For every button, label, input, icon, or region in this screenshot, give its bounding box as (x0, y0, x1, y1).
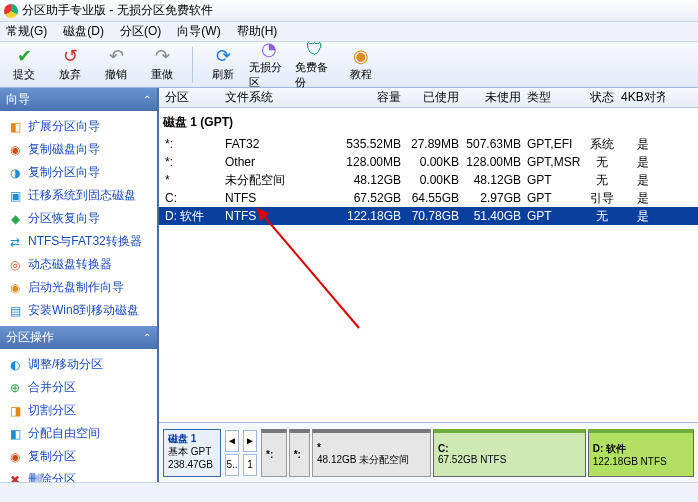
chevron-up-icon: ⌃ (143, 332, 151, 343)
menu-item[interactable]: 磁盘(D) (63, 23, 104, 40)
table-cell: GPT,MSR (527, 155, 583, 169)
menu-item[interactable]: 向导(W) (177, 23, 220, 40)
table-cell: 507.63MB (465, 137, 527, 151)
table-cell: 27.89MB (407, 137, 465, 151)
toolbar-button[interactable]: ↺放弃 (50, 43, 90, 87)
segment-name: D: 软件 (593, 442, 689, 456)
table-cell: 48.12GB (345, 173, 407, 187)
table-cell: 128.00MB (345, 155, 407, 169)
sidebar-item[interactable]: ▤安装Win8到移动磁盘 (0, 299, 157, 322)
sidebar-item[interactable]: ◐调整/移动分区 (0, 353, 157, 376)
sidebar-item[interactable]: ◆分区恢复向导 (0, 207, 157, 230)
svg-line-0 (257, 208, 359, 328)
table-cell: 无 (583, 154, 621, 171)
table-row[interactable]: *未分配空间48.12GB0.00KB48.12GBGPT无是 (159, 171, 698, 189)
sidebar-item[interactable]: ▣迁移系统到固态磁盘 (0, 184, 157, 207)
toolbar-label: 提交 (13, 67, 35, 82)
sidebar-item-label: 复制分区向导 (28, 164, 100, 181)
sidebar-item[interactable]: ◑复制分区向导 (0, 161, 157, 184)
column-header-cell[interactable]: 状态 (583, 89, 621, 106)
diskmap-fit[interactable]: 1 (243, 454, 257, 476)
table-cell: GPT,EFI (527, 137, 583, 151)
sidebar-item-icon: ◐ (8, 358, 22, 372)
toolbar-icon: ↶ (109, 47, 124, 65)
sidebar-item-label: 复制分区 (28, 448, 76, 465)
panel-header[interactable]: 分区操作⌃ (0, 326, 157, 349)
sidebar-item[interactable]: ◉复制磁盘向导 (0, 138, 157, 161)
diskmap-scroll-right[interactable]: ► (243, 430, 257, 452)
toolbar-icon: ◉ (353, 47, 369, 65)
sidebar-item[interactable]: ◧扩展分区向导 (0, 115, 157, 138)
table-cell: 引导 (583, 190, 621, 207)
sidebar-item[interactable]: ✖删除分区 (0, 468, 157, 482)
toolbar-button[interactable]: ↶撤销 (96, 43, 136, 87)
sidebar-item-icon: ◨ (8, 404, 22, 418)
toolbar-button[interactable]: ◉教程 (341, 43, 381, 87)
toolbar-button[interactable]: ◔无损分区 (249, 43, 289, 87)
diskmap-segment[interactable]: C:67.52GB NTFS (433, 429, 586, 477)
table-cell: GPT (527, 173, 583, 187)
diskmap-scroll-left[interactable]: ◄ (225, 430, 239, 452)
diskmap-segment[interactable]: *: (289, 429, 310, 477)
menu-item[interactable]: 常规(G) (6, 23, 47, 40)
table-cell: *: (159, 155, 225, 169)
sidebar-item[interactable]: ◉复制分区 (0, 445, 157, 468)
table-cell: D: 软件 (159, 208, 225, 225)
diskmap-disk-title: 磁盘 1 (168, 432, 216, 445)
sidebar-item[interactable]: ◉启动光盘制作向导 (0, 276, 157, 299)
toolbar-button[interactable]: 🛡免费备份 (295, 43, 335, 87)
table-row[interactable]: *:Other128.00MB0.00KB128.00MBGPT,MSR无是 (159, 153, 698, 171)
sidebar-item-label: 分配自由空间 (28, 425, 100, 442)
panel-header[interactable]: 向导⌃ (0, 88, 157, 111)
table-row[interactable]: D: 软件NTFS122.18GB70.78GB51.40GBGPT无是 (159, 207, 698, 225)
table-cell: 51.40GB (465, 209, 527, 223)
menu-item[interactable]: 帮助(H) (237, 23, 278, 40)
diskmap-header[interactable]: 磁盘 1 基本 GPT 238.47GB (163, 429, 221, 477)
panel-title: 向导 (6, 91, 30, 108)
chevron-up-icon: ⌃ (143, 94, 151, 105)
table-cell: 128.00MB (465, 155, 527, 169)
sidebar-item[interactable]: ⊕合并分区 (0, 376, 157, 399)
table-cell: 是 (621, 190, 665, 207)
column-header-cell[interactable]: 容量 (345, 89, 407, 106)
sidebar-item[interactable]: ◨切割分区 (0, 399, 157, 422)
column-header-cell[interactable]: 文件系统 (225, 89, 345, 106)
toolbar-label: 无损分区 (249, 60, 289, 90)
column-header-cell[interactable]: 4KB对齐 (621, 89, 665, 106)
menu-item[interactable]: 分区(O) (120, 23, 161, 40)
table-cell: * (159, 173, 225, 187)
diskmap-segment[interactable]: D: 软件122.18GB NTFS (588, 429, 694, 477)
column-header-cell[interactable]: 已使用 (407, 89, 465, 106)
diskmap-segment[interactable]: *: (261, 429, 287, 477)
disk-map: 磁盘 1 基本 GPT 238.47GB ◄ 5.. ► 1 *:*:*48.1… (159, 422, 698, 482)
toolbar-label: 刷新 (212, 67, 234, 82)
diskmap-segment[interactable]: *48.12GB 未分配空间 (312, 429, 431, 477)
panel-list: ◐调整/移动分区⊕合并分区◨切割分区◧分配自由空间◉复制分区✖删除分区◒格式化分… (0, 349, 157, 482)
toolbar-button[interactable]: ✔提交 (4, 43, 44, 87)
table-cell: GPT (527, 209, 583, 223)
table-row[interactable]: C:NTFS67.52GB64.55GB2.97GBGPT引导是 (159, 189, 698, 207)
toolbar-button[interactable]: ↷重做 (142, 43, 182, 87)
sidebar-item-icon: ◧ (8, 120, 22, 134)
toolbar-icon: ↺ (63, 47, 78, 65)
toolbar-icon: ◔ (261, 40, 277, 58)
sidebar-item[interactable]: ⇄NTFS与FAT32转换器 (0, 230, 157, 253)
column-header-cell[interactable]: 分区 (159, 89, 225, 106)
sidebar-item[interactable]: ◧分配自由空间 (0, 422, 157, 445)
table-row[interactable]: *:FAT32535.52MB27.89MB507.63MBGPT,EFI系统是 (159, 135, 698, 153)
column-header-cell[interactable]: 类型 (527, 89, 583, 106)
table-cell: 122.18GB (345, 209, 407, 223)
table-cell: 是 (621, 172, 665, 189)
sidebar-item-icon: ◧ (8, 427, 22, 441)
diskmap-disk-type: 基本 GPT (168, 445, 216, 458)
table-cell: 67.52GB (345, 191, 407, 205)
column-header-cell[interactable]: 未使用 (465, 89, 527, 106)
toolbar-icon: ↷ (155, 47, 170, 65)
toolbar-button[interactable]: ⟳刷新 (203, 43, 243, 87)
titlebar: 分区助手专业版 - 无损分区免费软件 (0, 0, 698, 22)
sidebar-item[interactable]: ◎动态磁盘转换器 (0, 253, 157, 276)
diskmap-zoom[interactable]: 5.. (225, 454, 239, 476)
table-cell: GPT (527, 191, 583, 205)
partition-table: 磁盘 1 (GPT) *:FAT32535.52MB27.89MB507.63M… (159, 108, 698, 422)
toolbar-icon: ⟳ (216, 47, 231, 65)
